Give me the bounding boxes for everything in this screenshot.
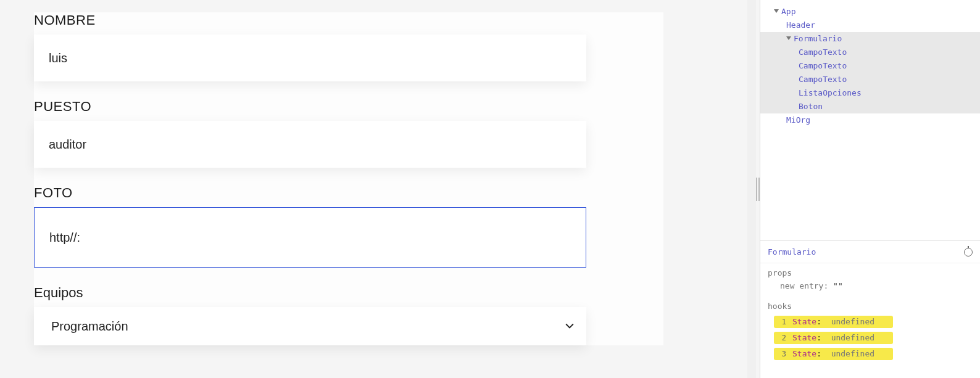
caret-down-icon [774, 9, 779, 13]
hook-index: 1 [774, 316, 789, 328]
tree-node-label: Formulario [794, 34, 842, 43]
tree-node-campotexto[interactable]: CampoTexto [760, 59, 980, 73]
hook-row[interactable]: 1 State: undefined [774, 314, 980, 329]
caret-down-icon [786, 36, 791, 40]
hook-row[interactable]: 2 State: undefined [774, 331, 980, 345]
chevron-down-icon [565, 322, 574, 331]
equipos-select[interactable]: Programación [34, 307, 586, 345]
puesto-input[interactable] [34, 121, 586, 168]
tree-node-label: App [781, 7, 795, 16]
field-label-nombre: NOMBRE [34, 12, 663, 28]
hook-entry: State: undefined [789, 348, 893, 360]
tree-node-label: Header [786, 20, 815, 30]
react-devtools-panel: App Header Formulario CampoTexto CampoTe… [760, 0, 980, 378]
nombre-input[interactable] [34, 35, 586, 81]
hooks-list: 1 State: undefined 2 State: undefined 3 … [760, 313, 980, 361]
tree-node-label: ListaOpciones [799, 88, 862, 97]
props-new-entry[interactable]: new entry: "" [760, 280, 980, 297]
tree-node-label: CampoTexto [799, 75, 847, 84]
panel-resizer[interactable] [756, 0, 760, 378]
field-label-foto: FOTO [34, 185, 663, 201]
field-label-equipos: Equipos [34, 285, 663, 301]
details-header: Formulario [760, 241, 980, 263]
hook-entry: State: undefined [789, 332, 893, 344]
resizer-handle-icon [756, 178, 760, 201]
component-details: Formulario props new entry: "" hooks 1 S… [760, 240, 980, 378]
hook-index: 2 [774, 332, 789, 344]
equipos-select-value: Programación [51, 319, 569, 334]
tree-node-app[interactable]: App [760, 5, 980, 18]
form-field-nombre: NOMBRE [34, 12, 663, 81]
tree-node-listaopciones[interactable]: ListaOpciones [760, 86, 980, 100]
tree-node-header[interactable]: Header [760, 18, 980, 32]
tree-node-campotexto[interactable]: CampoTexto [760, 46, 980, 59]
hook-row[interactable]: 3 State: undefined [774, 347, 980, 361]
hook-entry: State: undefined [789, 316, 893, 328]
scrollbar[interactable] [747, 0, 756, 378]
tree-node-campotexto[interactable]: CampoTexto [760, 73, 980, 86]
hooks-section-label: hooks [760, 297, 980, 313]
selected-component-name: Formulario [768, 247, 816, 257]
tree-node-formulario[interactable]: Formulario [760, 32, 980, 46]
hook-index: 3 [774, 348, 789, 360]
component-tree: App Header Formulario CampoTexto CampoTe… [760, 0, 980, 240]
form-page: NOMBRE PUESTO FOTO Equipos Programación [0, 0, 756, 378]
props-key: new entry: [780, 281, 833, 290]
props-value: "" [833, 281, 843, 290]
form-field-puesto: PUESTO [34, 99, 663, 168]
field-label-puesto: PUESTO [34, 99, 663, 115]
form-field-foto: FOTO [34, 185, 663, 268]
tree-node-label: MiOrg [786, 115, 810, 125]
tree-node-label: Boton [799, 102, 823, 111]
form-container: NOMBRE PUESTO FOTO Equipos Programación [34, 12, 663, 345]
props-section-label: props [760, 263, 980, 280]
form-field-equipos: Equipos Programación [34, 285, 663, 345]
foto-input[interactable] [34, 207, 586, 268]
tree-node-label: CampoTexto [799, 47, 847, 57]
tree-node-miorg[interactable]: MiOrg [760, 113, 980, 127]
timer-icon[interactable] [964, 248, 973, 257]
tree-node-label: CampoTexto [799, 61, 847, 70]
tree-node-boton[interactable]: Boton [760, 100, 980, 113]
